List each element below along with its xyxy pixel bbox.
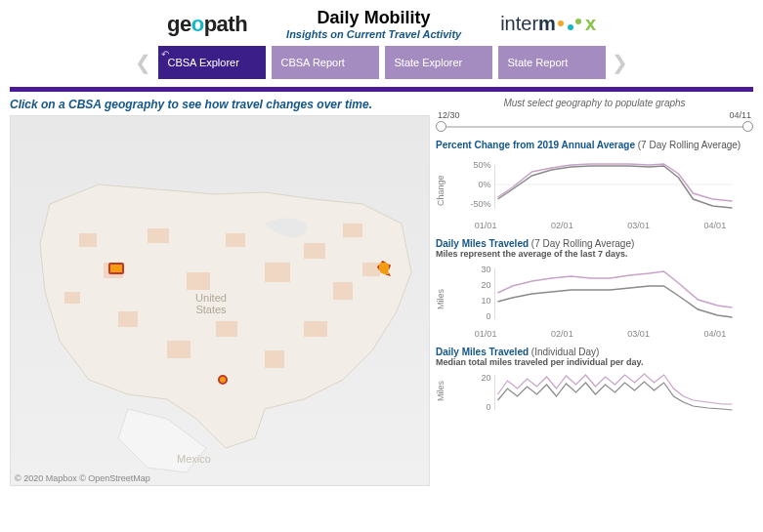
date-range-slider[interactable]	[436, 120, 753, 134]
svg-rect-0	[79, 233, 97, 247]
svg-text:0: 0	[486, 311, 490, 321]
svg-rect-8	[118, 311, 138, 327]
tab-label: CBSA Explorer	[168, 57, 239, 68]
divider	[10, 87, 753, 92]
page-subtitle: Insights on Current Travel Activity	[286, 28, 461, 40]
slider-end: 04/11	[729, 110, 751, 120]
slider-handle-right[interactable]	[742, 121, 753, 132]
page-title: Daily Mobility	[286, 8, 461, 28]
y-axis-label: Change	[436, 150, 447, 230]
map-marker[interactable]	[108, 263, 124, 274]
tab-label: State Report	[508, 57, 569, 68]
logo-text: x	[585, 13, 596, 34]
svg-text:10: 10	[481, 296, 490, 306]
svg-text:20: 20	[481, 280, 490, 290]
svg-text:0%: 0%	[478, 180, 490, 189]
slider-handle-left[interactable]	[436, 121, 446, 132]
svg-rect-12	[304, 321, 327, 337]
svg-text:30: 30	[481, 265, 490, 274]
svg-rect-5	[265, 263, 290, 282]
svg-rect-15	[362, 263, 380, 276]
header: geopath Daily Mobility Insights on Curre…	[0, 0, 763, 44]
tab-state-report[interactable]: State Report	[498, 46, 606, 79]
svg-rect-7	[333, 282, 353, 300]
chevron-right-icon[interactable]: ❯	[612, 51, 629, 74]
svg-text:20: 20	[481, 373, 490, 383]
logo-dots-icon	[556, 19, 585, 32]
svg-rect-6	[304, 243, 325, 259]
chart-miles-individual: Daily Miles Traveled (Individual Day) Me…	[436, 347, 753, 414]
chevron-left-icon[interactable]: ❮	[135, 51, 152, 74]
page-title-block: Daily Mobility Insights on Current Trave…	[286, 8, 461, 40]
logo-text: ge	[167, 12, 191, 36]
logo-text: inter	[500, 13, 538, 34]
y-axis-label: Miles	[436, 367, 447, 414]
svg-text:0: 0	[486, 402, 490, 412]
tab-label: State Explorer	[395, 57, 463, 68]
svg-rect-4	[226, 233, 245, 247]
svg-rect-3	[187, 272, 210, 290]
slider-track	[442, 126, 747, 128]
tab-bar: ❮ ↶ CBSA Explorer CBSA Report State Expl…	[0, 44, 763, 83]
chart-svg: 20 0	[447, 367, 753, 414]
svg-rect-2	[148, 228, 169, 243]
tab-label: CBSA Report	[281, 57, 345, 68]
chart-title: Daily Miles Traveled (Individual Day)	[436, 347, 753, 357]
slider-start: 12/30	[438, 110, 460, 120]
logo-text: o	[191, 12, 204, 36]
undo-icon[interactable]: ↶	[161, 49, 169, 60]
svg-rect-14	[64, 292, 80, 304]
svg-text:50%: 50%	[473, 160, 490, 170]
chart-svg: 30 20 10 0	[447, 259, 753, 327]
logo-text: path	[204, 12, 247, 36]
map-svg: UnitedStates Mexico	[11, 116, 430, 486]
chart-svg: 50% 0% -50%	[447, 150, 753, 219]
svg-text:-50%: -50%	[470, 199, 490, 209]
instruction-text: Click on a CBSA geography to see how tra…	[10, 98, 430, 111]
map-marker[interactable]	[218, 375, 228, 385]
map-label-mx: Mexico	[177, 453, 211, 465]
chart-title: Daily Miles Traveled (7 Day Rolling Aver…	[436, 238, 753, 249]
map-view[interactable]: UnitedStates Mexico © 2020 Mapbox © Open…	[10, 115, 430, 486]
map-label-us: UnitedStates	[195, 292, 227, 315]
map-attribution: © 2020 Mapbox © OpenStreetMap	[15, 473, 150, 483]
x-ticks: 01/0102/0103/0104/01	[447, 221, 753, 230]
svg-rect-13	[343, 224, 362, 237]
tab-state-explorer[interactable]: State Explorer	[385, 46, 492, 79]
svg-rect-9	[167, 341, 191, 358]
svg-rect-11	[265, 350, 284, 368]
warning-text: Must select geography to populate graphs	[436, 98, 753, 108]
chart-note: Miles represent the average of the last …	[436, 249, 753, 259]
y-axis-label: Miles	[436, 259, 447, 339]
tab-cbsa-explorer[interactable]: ↶ CBSA Explorer	[158, 46, 266, 79]
chart-note: Median total miles traveled per individu…	[436, 357, 753, 367]
chart-miles-rolling: Daily Miles Traveled (7 Day Rolling Aver…	[436, 238, 753, 339]
svg-rect-10	[216, 321, 237, 337]
tab-cbsa-report[interactable]: CBSA Report	[272, 46, 379, 79]
chart-title: Percent Change from 2019 Annual Average …	[436, 140, 753, 150]
x-ticks: 01/0102/0103/0104/01	[447, 329, 753, 339]
chart-percent-change: Percent Change from 2019 Annual Average …	[436, 140, 753, 230]
slider-labels: 12/30 04/11	[436, 110, 753, 120]
logo-text: m	[538, 13, 556, 34]
logo-intermx: intermx	[500, 13, 596, 35]
logo-geopath: geopath	[167, 12, 247, 37]
